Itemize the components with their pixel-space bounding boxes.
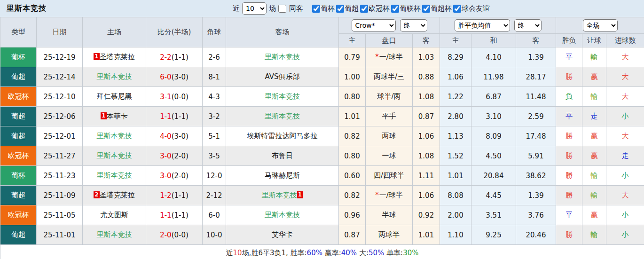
subcol-handicap: 盘口	[366, 34, 413, 47]
away-team: 里斯本竞技1	[226, 186, 339, 205]
match-date: 25-11-23	[37, 166, 83, 186]
home-team: 里斯本竞技	[83, 225, 146, 245]
league-filter-checkbox[interactable]	[422, 5, 430, 13]
avg-away: 1.39	[516, 47, 556, 67]
league-badge: 欧冠杯	[0, 205, 37, 225]
recent-count-select[interactable]: 10	[242, 2, 267, 15]
odds-away: 1.03	[413, 47, 440, 67]
fulltime-score: 2-0	[160, 231, 172, 239]
odds-company-select[interactable]: Crow*	[352, 19, 396, 31]
league-filter-checkbox[interactable]	[360, 5, 368, 13]
league-filter-item[interactable]: 葡联杯	[391, 4, 421, 13]
league-filter-group: 葡杯葡超欧冠杯葡联杯葡超杯球会友谊	[311, 4, 490, 13]
league-badge: 葡超	[0, 67, 37, 87]
same-away-checkbox[interactable]	[278, 5, 286, 13]
away-team: 里斯本竞技	[226, 47, 339, 67]
avg-state-select[interactable]: 终	[514, 19, 542, 31]
avg-home: 1.22	[440, 87, 471, 107]
handicap-line: 两球	[366, 126, 413, 146]
odds-home: 1.00	[339, 67, 366, 87]
corner-score: 6-0	[203, 205, 226, 225]
avg-home: 2.00	[440, 205, 471, 225]
match-score: 1-1(1-1)	[146, 205, 203, 225]
scope-select-cell: 全场	[556, 17, 644, 34]
odds-home: 0.87	[339, 225, 366, 245]
col-header-type: 类型	[0, 17, 37, 47]
league-filter-item[interactable]: 球会友谊	[453, 4, 490, 13]
odds-away: 1.08	[413, 146, 440, 166]
league-filter-item[interactable]: 葡杯	[312, 4, 335, 13]
avg-home: 1.10	[440, 225, 471, 245]
league-filter-checkbox[interactable]	[312, 5, 320, 13]
corner-score: 2-12	[203, 186, 226, 205]
league-badge: 葡超	[0, 126, 37, 146]
avg-draw: 3.51	[471, 205, 516, 225]
match-score: 3-1(0-0)	[146, 87, 203, 107]
summary-segment: 场,胜6平3负1, 胜率:	[242, 249, 307, 257]
avg-draw: 11.98	[471, 67, 516, 87]
odds-home: 0.60	[339, 166, 366, 186]
match-score: 3-0(2-0)	[146, 146, 203, 166]
avg-type-select[interactable]: 胜平负均值	[455, 19, 510, 31]
fulltime-score: 4-0	[160, 132, 172, 141]
odds-away: 0.87	[413, 107, 440, 126]
league-badge: 葡杯	[0, 166, 37, 186]
subcol-avg-home: 主	[440, 34, 471, 47]
summary-segment: 30%	[403, 249, 418, 257]
halftime-score: (2-0)	[172, 152, 188, 160]
avg-draw: 4.45	[471, 186, 516, 205]
avg-draw: 3.10	[471, 107, 516, 126]
odds-state-select[interactable]: 终	[400, 19, 427, 31]
league-filter-checkbox[interactable]	[391, 5, 399, 13]
team-name: 尤文图斯	[100, 211, 128, 219]
team-name: 里斯本竞技	[97, 171, 132, 180]
table-row: 欧冠杯25-12-10拜仁慕尼黑3-1(0-0)4-3里斯本竞技0.80球半/两…	[0, 87, 644, 107]
summary-row: 近10场,胜6平3负1, 胜率:60% 赢率:40% 大:50% 单率:30%	[0, 245, 644, 259]
page-title: 里斯本竞技	[7, 4, 47, 14]
odds-away: 1.11	[413, 166, 440, 186]
avg-home: 1.52	[440, 146, 471, 166]
corner-score: 8-1	[203, 67, 226, 87]
result-wdl: 勝	[556, 67, 582, 87]
odds-away: 0.92	[413, 205, 440, 225]
subcol-handicap-result: 让球	[582, 34, 606, 47]
odds-select-cell: Crow* 终	[339, 17, 440, 34]
fulltime-score: 6-0	[160, 73, 172, 81]
halftime-score: (1-1)	[172, 53, 188, 62]
league-filter-item[interactable]: 欧冠杯	[360, 4, 390, 13]
team-name: 里斯本竞技	[262, 191, 297, 199]
match-date: 25-12-01	[37, 126, 83, 146]
halftime-score: (1-1)	[172, 211, 188, 220]
league-filter-item[interactable]: 葡超	[336, 4, 359, 13]
summary-segment: 10	[233, 249, 242, 257]
summary-segment: 40%	[341, 249, 357, 257]
subcol-odds-home: 主	[339, 34, 366, 47]
summary-segment: 大:	[357, 249, 369, 257]
match-score: 3-0(2-0)	[146, 166, 203, 186]
corner-score: 3-5	[203, 146, 226, 166]
league-filter-label: 葡超杯	[431, 4, 452, 13]
league-filter-checkbox[interactable]	[336, 5, 344, 13]
handicap-line: *一/球半	[366, 47, 413, 67]
away-team: 里斯本竞技	[226, 107, 339, 126]
scope-select[interactable]: 全场	[583, 19, 618, 31]
league-filter-checkbox[interactable]	[453, 5, 461, 13]
avg-select-cell: 胜平负均值 终	[440, 17, 556, 34]
recent-label: 近	[233, 4, 240, 13]
subcol-avg-draw: 和	[471, 34, 516, 47]
col-header-away: 客场	[226, 17, 339, 47]
fulltime-score: 1-2	[160, 191, 172, 200]
result-handicap: 輸	[582, 225, 606, 245]
same-away-label: 同客	[289, 4, 303, 13]
match-score: 2-0(0-0)	[146, 225, 203, 245]
corner-score: 10-0	[203, 225, 226, 245]
handicap-star: *	[375, 191, 379, 199]
league-filter-item[interactable]: 葡超杯	[422, 4, 452, 13]
avg-away: 28.17	[516, 67, 556, 87]
avg-draw: 4.50	[471, 146, 516, 166]
toolbar: 里斯本竞技 近 10 场 同客 葡杯葡超欧冠杯葡联杯葡超杯球会友谊	[0, 0, 644, 17]
result-goals: 小	[606, 166, 644, 186]
handicap-line: 球半/两	[366, 87, 413, 107]
odds-away: 1.06	[413, 186, 440, 205]
odds-home: 0.82	[339, 186, 366, 205]
